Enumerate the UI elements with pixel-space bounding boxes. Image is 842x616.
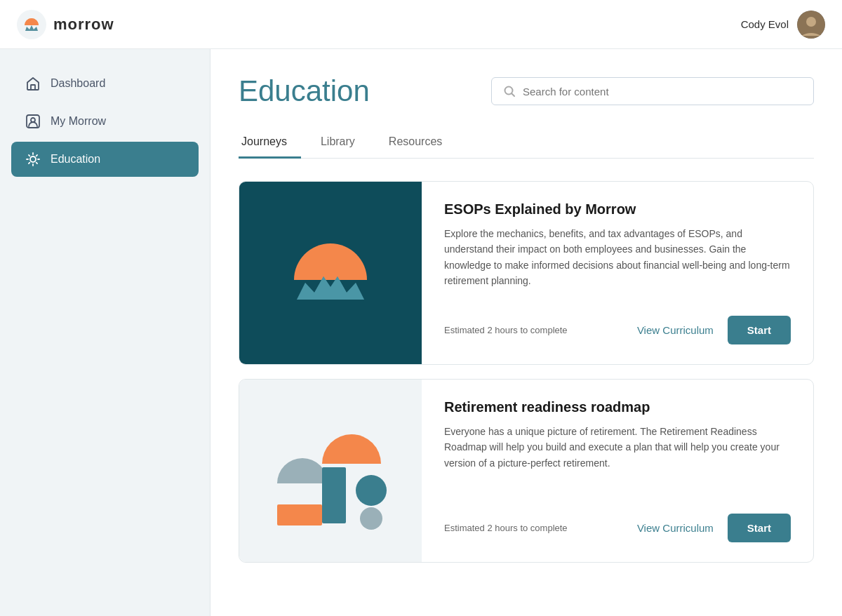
esops-start-button[interactable]: Start bbox=[728, 316, 791, 344]
retirement-card-meta: Estimated 2 hours to complete bbox=[444, 523, 568, 533]
header-right: Cody Evol bbox=[741, 11, 825, 39]
retirement-start-button[interactable]: Start bbox=[728, 514, 791, 542]
avatar[interactable] bbox=[797, 11, 825, 39]
esops-logo-graphic bbox=[274, 217, 387, 329]
sidebar-item-my-morrow[interactable]: My Morrow bbox=[11, 104, 199, 139]
sidebar: Dashboard My Morrow Education bbox=[0, 49, 210, 616]
svg-point-22 bbox=[360, 507, 382, 530]
user-icon bbox=[25, 114, 41, 129]
app-body: Dashboard My Morrow Education Education bbox=[0, 49, 842, 616]
sidebar-item-label: Education bbox=[51, 153, 100, 166]
course-card-esops: ESOPs Explained by Morrow Explore the me… bbox=[239, 181, 814, 365]
course-card-retirement: Retirement readiness roadmap Everyone ha… bbox=[239, 379, 814, 563]
esops-card-actions: View Curriculum Start bbox=[637, 316, 791, 344]
retirement-view-curriculum-button[interactable]: View Curriculum bbox=[637, 522, 714, 534]
retirement-card-footer: Estimated 2 hours to complete View Curri… bbox=[444, 507, 791, 542]
logo-text: morrow bbox=[53, 15, 114, 34]
home-icon bbox=[25, 76, 41, 91]
svg-rect-21 bbox=[277, 504, 322, 525]
app-header: morrow Cody Evol bbox=[0, 0, 842, 49]
retirement-card-content: Retirement readiness roadmap Everyone ha… bbox=[422, 380, 813, 562]
search-icon bbox=[503, 85, 516, 98]
sidebar-item-dashboard[interactable]: Dashboard bbox=[11, 66, 199, 101]
page-header: Education bbox=[239, 74, 814, 108]
svg-point-20 bbox=[356, 475, 387, 506]
retirement-card-image bbox=[239, 380, 422, 562]
svg-line-12 bbox=[512, 94, 515, 97]
esops-card-image bbox=[239, 182, 422, 364]
logo-area: morrow bbox=[17, 10, 114, 39]
retirement-card-description: Everyone has a unique picture of retirem… bbox=[444, 424, 791, 471]
user-name: Cody Evol bbox=[741, 18, 789, 30]
sidebar-item-label: Dashboard bbox=[51, 77, 105, 90]
esops-card-description: Explore the mechanics, benefits, and tax… bbox=[444, 226, 791, 289]
esops-view-curriculum-button[interactable]: View Curriculum bbox=[637, 324, 714, 336]
svg-rect-19 bbox=[322, 467, 346, 523]
esops-card-footer: Estimated 2 hours to complete View Curri… bbox=[444, 309, 791, 344]
retirement-card-title: Retirement readiness roadmap bbox=[444, 399, 791, 415]
main-content: Education Journeys Library Resources bbox=[210, 49, 842, 616]
tab-resources[interactable]: Resources bbox=[386, 128, 456, 159]
svg-point-10 bbox=[30, 156, 36, 162]
search-bar[interactable] bbox=[491, 77, 814, 105]
svg-rect-7 bbox=[31, 85, 35, 90]
esops-card-content: ESOPs Explained by Morrow Explore the me… bbox=[422, 182, 813, 364]
tabs: Journeys Library Resources bbox=[239, 128, 814, 159]
esops-card-meta: Estimated 2 hours to complete bbox=[444, 325, 568, 335]
search-input[interactable] bbox=[523, 86, 802, 98]
tab-library[interactable]: Library bbox=[318, 128, 369, 159]
page-title: Education bbox=[239, 74, 370, 108]
sidebar-item-label: My Morrow bbox=[51, 115, 106, 128]
retirement-logo-graphic bbox=[260, 401, 401, 541]
education-icon bbox=[25, 152, 41, 167]
retirement-card-actions: View Curriculum Start bbox=[637, 514, 791, 542]
svg-point-6 bbox=[806, 17, 816, 27]
morrow-logo-icon bbox=[17, 10, 46, 39]
esops-card-title: ESOPs Explained by Morrow bbox=[444, 201, 791, 217]
tab-journeys[interactable]: Journeys bbox=[239, 128, 301, 159]
sidebar-item-education[interactable]: Education bbox=[11, 142, 199, 177]
